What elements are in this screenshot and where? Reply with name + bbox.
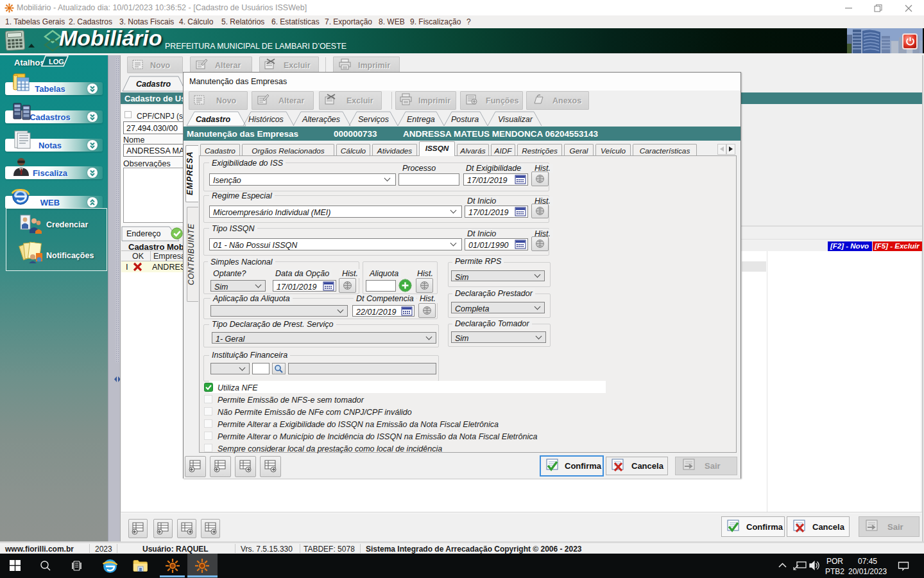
svg-text:Entrega: Entrega bbox=[407, 115, 435, 124]
svg-text:Postura: Postura bbox=[451, 115, 479, 124]
svg-text:Alterações: Alterações bbox=[302, 115, 340, 124]
svg-text:LOG: LOG bbox=[49, 58, 64, 66]
svg-text:Endereço: Endereço bbox=[126, 229, 161, 238]
svg-text:Visualizar: Visualizar bbox=[498, 115, 533, 124]
svg-text:Serviços: Serviços bbox=[358, 115, 389, 124]
svg-text:Cadastro: Cadastro bbox=[196, 115, 231, 124]
svg-text:Históricos: Históricos bbox=[248, 115, 284, 124]
svg-text:Cadastro: Cadastro bbox=[136, 80, 171, 89]
